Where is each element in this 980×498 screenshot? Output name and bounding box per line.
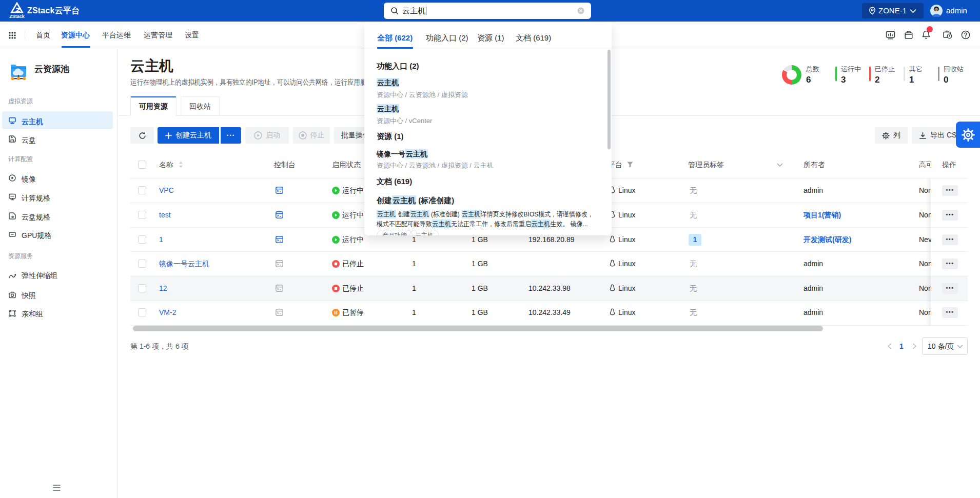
- svg-text:ZStack: ZStack: [9, 14, 25, 19]
